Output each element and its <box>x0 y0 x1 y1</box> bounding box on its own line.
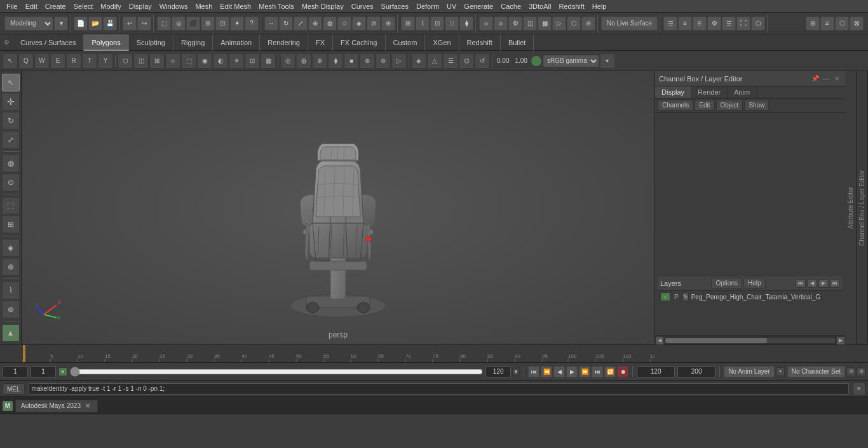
play-btn[interactable]: ▶ <box>566 366 578 377</box>
expose-icon[interactable]: ⊛ <box>360 53 375 69</box>
snap-live-btn[interactable]: ⧫ <box>459 17 473 31</box>
render-cam-btn[interactable]: ⌾ <box>479 17 493 31</box>
live-surface-btn[interactable]: No Live Surface <box>601 17 658 31</box>
go-to-end-btn[interactable]: ⏭ <box>592 366 603 377</box>
frame-start-input[interactable] <box>3 366 28 377</box>
layer-arrow-prev[interactable]: ◀ <box>807 279 817 288</box>
menu-select[interactable]: Select <box>70 0 97 13</box>
display-mode-icon[interactable]: ◍ <box>296 53 311 69</box>
render-view-btn[interactable]: ▦ <box>538 17 552 31</box>
scroll-right-btn[interactable]: ▶ <box>836 336 845 345</box>
gamma-select[interactable]: sRGB gamma <box>543 55 599 67</box>
tab-xgen[interactable]: XGen <box>425 34 459 51</box>
paint-btn[interactable]: ⬛ <box>186 17 200 31</box>
select-tool-btn[interactable]: ↖ <box>2 74 20 92</box>
y-icon[interactable]: Y <box>98 53 113 69</box>
menu-redshift[interactable]: Redshift <box>555 0 588 13</box>
taskbar-close-btn[interactable]: ✕ <box>83 402 92 411</box>
isolate-icon[interactable]: ◎ <box>280 53 295 69</box>
snap-curve-btn[interactable]: ⌇ <box>416 17 430 31</box>
panel-pin-btn[interactable]: 📌 <box>811 74 820 83</box>
res-icon[interactable]: ⊕ <box>312 53 327 69</box>
channel-box-tab[interactable]: Channel Box / Layer Editor <box>857 71 868 344</box>
settings-btn[interactable]: ⊞ <box>806 17 820 31</box>
rotate-btn[interactable]: ↻ <box>279 17 293 31</box>
sync-icon[interactable]: ↺ <box>475 53 490 69</box>
tab-sculpting[interactable]: Sculpting <box>129 34 173 51</box>
show-manip-btn[interactable]: ☆ <box>337 17 351 31</box>
redo-btn[interactable]: ↪ <box>137 17 151 31</box>
shade-icon[interactable]: ◐ <box>213 53 228 69</box>
light-icon[interactable]: ☀ <box>229 53 244 69</box>
grid-snap-lt-btn[interactable]: ⊛ <box>2 301 20 318</box>
rivet-btn[interactable]: ⊕ <box>2 258 20 276</box>
playblast-btn[interactable]: ⬡ <box>567 17 581 31</box>
anim-layer-options-btn[interactable]: ▾ <box>776 367 785 376</box>
persp-icon[interactable]: ◫ <box>133 53 149 69</box>
pivot-btn[interactable]: ⊛ <box>381 17 395 31</box>
snap-view-btn[interactable]: □ <box>445 17 459 31</box>
workspace-btn[interactable]: ⊠ <box>850 17 864 31</box>
menu-modify[interactable]: Modify <box>97 0 125 13</box>
rp-tab-display[interactable]: Display <box>655 86 691 98</box>
arrow-select-icon[interactable]: ↖ <box>3 53 18 69</box>
mode-options-btn[interactable]: ▾ <box>54 17 68 31</box>
attr-editor-btn[interactable]: ⎘ <box>693 17 707 31</box>
shader-icon[interactable]: ⧫ <box>328 53 343 69</box>
tab-fx[interactable]: FX <box>308 34 333 51</box>
scroll-left-btn[interactable]: ◀ <box>655 336 664 345</box>
xray-icon[interactable]: ⊡ <box>245 53 260 69</box>
render-cam2-btn[interactable]: ⛶ <box>736 17 750 31</box>
select-mode-btn[interactable]: ⬚ <box>157 17 171 31</box>
help-line-btn[interactable]: ? <box>245 17 259 31</box>
ipr-btn[interactable]: ⍟ <box>494 17 508 31</box>
edit-btn[interactable]: Edit <box>695 100 714 111</box>
menu-3dto-all[interactable]: 3DtoAll <box>525 0 555 13</box>
tab-curves-surfaces[interactable]: Curves / Surfaces <box>13 34 84 51</box>
last-tool-btn[interactable]: ◈ <box>352 17 366 31</box>
universal-btn[interactable]: ⊕ <box>308 17 322 31</box>
tab-fx-caching[interactable]: FX Caching <box>333 34 385 51</box>
render-more-btn[interactable]: ⊛ <box>581 17 595 31</box>
timeline-track[interactable]: 1 5 10 15 20 25 30 35 <box>22 345 654 362</box>
camera-icon[interactable]: ⌾ <box>165 53 180 69</box>
rp-tab-anim[interactable]: Anim <box>728 86 757 98</box>
current-frame-right-input[interactable] <box>637 366 675 377</box>
hud-icon[interactable]: ☰ <box>443 53 458 69</box>
texture-icon[interactable]: ■ <box>344 53 359 69</box>
step-back-btn[interactable]: ⏪ <box>541 366 552 377</box>
menu-uv[interactable]: UV <box>443 0 460 13</box>
channels-btn[interactable]: Channels <box>658 100 693 111</box>
display-layer-btn[interactable]: ☰ <box>663 17 677 31</box>
autokey-btn[interactable]: ⏺ <box>617 366 628 377</box>
sel-highlight-icon[interactable]: ◈ <box>411 53 426 69</box>
menu-generate[interactable]: Generate <box>460 0 497 13</box>
color-mode-icon[interactable] <box>531 55 542 67</box>
e-icon[interactable]: E <box>50 53 65 69</box>
menu-file[interactable]: File <box>3 0 22 13</box>
curve-btn[interactable]: ⌇ <box>2 282 20 299</box>
menu-windows[interactable]: Windows <box>156 0 192 13</box>
snap-point-btn[interactable]: ⊡ <box>430 17 444 31</box>
r-icon[interactable]: R <box>66 53 81 69</box>
tab-redshift[interactable]: Redshift <box>459 34 501 51</box>
undo-btn[interactable]: ↩ <box>123 17 137 31</box>
gamma-options-btn[interactable]: ▾ <box>600 53 615 69</box>
t-icon[interactable]: T <box>82 53 97 69</box>
tab-rendering[interactable]: Rendering <box>260 34 308 51</box>
script-icon[interactable]: ≡ <box>853 383 865 395</box>
timeline-ruler[interactable]: 1 5 10 15 20 25 30 35 <box>22 345 654 362</box>
cam-seq-btn[interactable]: ▷ <box>552 17 566 31</box>
new-scene-btn[interactable]: 📄 <box>74 17 88 31</box>
hypershade-btn[interactable]: ◫ <box>523 17 537 31</box>
menu-cache[interactable]: Cache <box>497 0 525 13</box>
translate-btn[interactable]: ↔ <box>264 17 278 31</box>
menu-edit[interactable]: Edit <box>22 0 41 13</box>
tabs-settings-btn[interactable]: ⚙ <box>0 34 13 51</box>
w-icon[interactable]: W <box>34 53 50 69</box>
loop-btn[interactable]: 🔁 <box>604 366 616 377</box>
tab-custom[interactable]: Custom <box>386 34 426 51</box>
play-back-btn[interactable]: ◀ <box>553 366 565 377</box>
char-set-btn[interactable]: No Character Set <box>787 366 845 377</box>
layer-arrow-first[interactable]: ⏮ <box>796 279 806 288</box>
